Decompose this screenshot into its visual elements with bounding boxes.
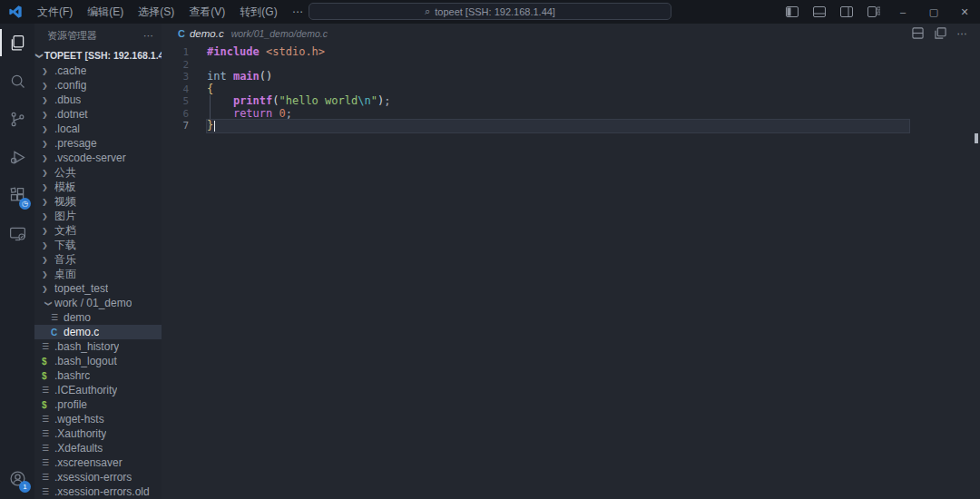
toggle-sidebar-icon[interactable] [779, 0, 806, 24]
accounts-icon[interactable]: 1 [0, 459, 34, 497]
folder-chevron-icon: ❯ [42, 96, 54, 104]
split-editor-down-icon[interactable] [912, 27, 924, 39]
tree-item--[interactable]: ❯ 文档 [34, 223, 162, 238]
editor-more-actions-icon[interactable]: ⋯ [957, 27, 968, 40]
menu-selection[interactable]: 选择(S) [131, 2, 181, 22]
code-line[interactable]: 2 [162, 59, 980, 72]
code-area[interactable]: 1 #include <stdio.h> 2 3 int main() 4 { … [162, 43, 980, 499]
customize-layout-icon[interactable] [860, 0, 887, 24]
command-center-search[interactable]: ⌕ topeet [SSH: 192.168.1.44] [309, 3, 671, 20]
section-chevron-icon: ❯ [35, 53, 44, 59]
explorer-more-actions-icon[interactable]: ⋯ [143, 30, 154, 42]
folder-chevron-icon: ❯ [42, 169, 54, 177]
tree-item--[interactable]: ❯ 图片 [34, 209, 162, 223]
tree-item-.bash_history[interactable]: ☰ .bash_history [34, 339, 162, 354]
folder-chevron-icon: ❯ [42, 183, 54, 191]
sidebar-title: 资源管理器 [47, 29, 97, 43]
search-icon: ⌕ [425, 5, 430, 17]
folder-chevron-icon: ❯ [42, 256, 54, 264]
tree-item-.Xauthority[interactable]: ☰ .Xauthority [34, 426, 162, 441]
file-type-icon: $ [42, 357, 54, 367]
folder-chevron-icon: ❯ [42, 241, 54, 250]
close-button[interactable]: ✕ [949, 0, 980, 24]
title-bar: 文件(F) 编辑(E) 选择(S) 查看(V) 转到(G) ⋯ ← → ⌕ to… [0, 0, 980, 24]
tree-item-demo[interactable]: ☰ demo [34, 310, 162, 325]
menu-file[interactable]: 文件(F) [30, 2, 80, 22]
tree-item-.dotnet[interactable]: ❯ .dotnet [34, 107, 162, 122]
file-type-icon: $ [42, 371, 54, 381]
vscode-window: 文件(F) 编辑(E) 选择(S) 查看(V) 转到(G) ⋯ ← → ⌕ to… [0, 0, 980, 499]
tab-demo-c[interactable]: demo.c [190, 28, 224, 39]
menu-edit[interactable]: 编辑(E) [80, 2, 131, 22]
tree-item-.xsession-errors.old[interactable]: ☰ .xsession-errors.old [34, 484, 162, 499]
tree-item-.config[interactable]: ❯ .config [34, 78, 162, 93]
explorer-sidebar: 资源管理器 ⋯ ❯ TOPEET [SSH: 192.168.1.44] ❯ .… [34, 24, 162, 499]
file-tree: ❯ .cache ❯ .config ❯ .dbus ❯ .dotnet ❯ .… [34, 64, 162, 499]
folder-chevron-icon: ❯ [42, 67, 54, 75]
tree-item--[interactable]: ❯ 公共 [34, 165, 162, 180]
line-number: 4 [162, 83, 189, 96]
tree-item-.wget-hsts[interactable]: ☰ .wget-hsts [34, 412, 162, 426]
extensions-badge: ◷ [19, 198, 31, 210]
source-control-icon[interactable] [0, 100, 34, 138]
menu-overflow-icon[interactable]: ⋯ [285, 2, 311, 22]
folder-chevron-icon: ❯ [42, 154, 54, 162]
tree-item--[interactable]: ❯ 桌面 [34, 267, 162, 281]
tree-item-.ICEauthority[interactable]: ☰ .ICEauthority [34, 383, 162, 397]
tree-item-.Xdefaults[interactable]: ☰ .Xdefaults [34, 441, 162, 455]
toggle-panel-icon[interactable] [806, 0, 833, 24]
tree-item-.xscreensaver[interactable]: ☰ .xscreensaver [34, 455, 162, 470]
tree-item--[interactable]: ❯ 音乐 [34, 252, 162, 267]
run-debug-icon[interactable] [0, 138, 34, 176]
line-number: 3 [162, 71, 189, 83]
remote-explorer-icon[interactable] [0, 214, 34, 252]
file-type-icon: C [51, 328, 64, 338]
tree-item-.bash_logout[interactable]: $ .bash_logout [34, 354, 162, 368]
code-line[interactable]: 7 } [162, 120, 980, 132]
tree-item-work-01_demo[interactable]: ❯ work / 01_demo [34, 296, 162, 310]
tree-item--[interactable]: ❯ 模板 [34, 180, 162, 194]
code-line[interactable]: 4 { [162, 83, 980, 96]
code-line[interactable]: 5 printf("hello world\n"); [162, 95, 980, 108]
file-type-icon: $ [42, 400, 54, 410]
file-type-icon: ☰ [42, 429, 54, 438]
workspace-section-label: TOPEET [SSH: 192.168.1.44] [44, 50, 162, 61]
tree-item-.bashrc[interactable]: $ .bashrc [34, 368, 162, 383]
file-type-icon: ☰ [42, 444, 54, 453]
minimize-button[interactable]: – [887, 0, 918, 24]
file-type-icon: ☰ [42, 415, 54, 424]
tree-item-.local[interactable]: ❯ .local [34, 122, 162, 136]
tree-item-topeet_test[interactable]: ❯ topeet_test [34, 281, 162, 296]
toggle-secondary-sidebar-icon[interactable] [833, 0, 860, 24]
tree-item--[interactable]: ❯ 下载 [34, 238, 162, 252]
tree-item-.vscode-server[interactable]: ❯ .vscode-server [34, 151, 162, 165]
folder-chevron-icon: ❯ [42, 140, 54, 148]
tree-item--[interactable]: ❯ 视频 [34, 194, 162, 209]
folder-chevron-icon: ❯ [42, 198, 54, 206]
tab-bar: C demo.c work/01_demo/demo.c ⋯ [162, 24, 980, 43]
tree-item-.xsession-errors[interactable]: ☰ .xsession-errors [34, 470, 162, 484]
tree-item-.profile[interactable]: $ .profile [34, 397, 162, 412]
code-line[interactable]: 1 #include <stdio.h> [162, 46, 980, 59]
menu-view[interactable]: 查看(V) [181, 2, 232, 22]
c-file-icon: C [178, 28, 185, 39]
file-type-icon: ☰ [42, 386, 54, 395]
tree-item-.dbus[interactable]: ❯ .dbus [34, 93, 162, 107]
tree-item-demo.c[interactable]: C demo.c [34, 325, 162, 339]
folder-chevron-icon: ❯ [44, 297, 53, 309]
line-number: 1 [162, 46, 189, 59]
tree-item-.presage[interactable]: ❯ .presage [34, 136, 162, 151]
folder-chevron-icon: ❯ [42, 111, 54, 119]
file-type-icon: ☰ [42, 458, 54, 467]
menu-goto[interactable]: 转到(G) [232, 2, 284, 22]
code-line[interactable]: 6 return 0; [162, 108, 980, 121]
explorer-icon[interactable] [0, 24, 34, 62]
restore-button[interactable]: ▢ [918, 0, 949, 24]
tree-item-.cache[interactable]: ❯ .cache [34, 64, 162, 78]
extensions-icon[interactable]: ◷ [0, 176, 34, 214]
search-sidebar-icon[interactable] [0, 62, 34, 100]
workspace-section-header[interactable]: ❯ TOPEET [SSH: 192.168.1.44] [34, 47, 162, 64]
split-editor-icon[interactable] [935, 27, 946, 39]
text-cursor [214, 121, 216, 132]
code-line[interactable]: 3 int main() [162, 71, 980, 83]
